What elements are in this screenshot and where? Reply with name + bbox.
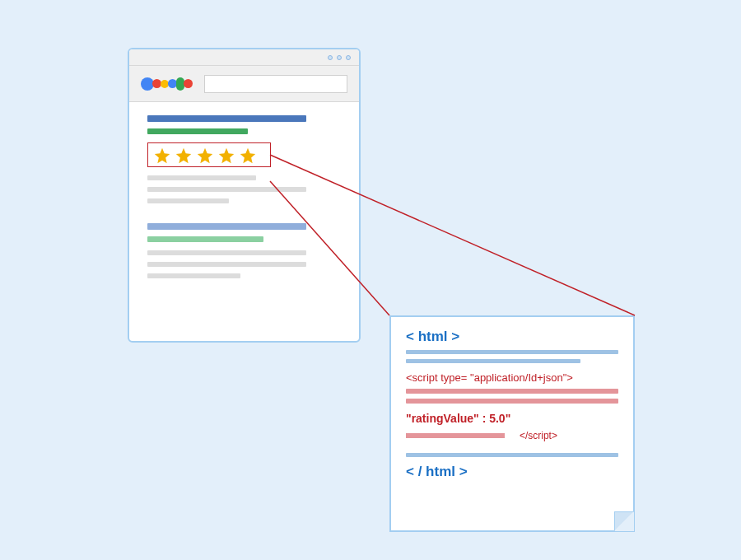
html-close-tag: < / html > bbox=[406, 464, 618, 480]
search-results bbox=[129, 102, 359, 293]
result-url-bar bbox=[147, 236, 263, 242]
code-line-red bbox=[406, 433, 505, 438]
script-open-tag: <script type= "application/Id+json"> bbox=[406, 371, 618, 384]
code-line bbox=[406, 453, 618, 457]
window-control-dot bbox=[346, 55, 351, 60]
script-close-row: </script> bbox=[406, 428, 618, 441]
code-line bbox=[406, 350, 618, 354]
window-control-dot bbox=[337, 55, 342, 60]
star-icon bbox=[196, 147, 214, 165]
result-title-bar bbox=[147, 115, 306, 122]
text-line bbox=[147, 175, 256, 180]
text-line bbox=[147, 273, 240, 278]
code-line bbox=[406, 359, 580, 363]
code-panel: < html > <script type= "application/Id+j… bbox=[389, 315, 635, 532]
text-line bbox=[147, 187, 306, 192]
page-fold-icon bbox=[614, 511, 634, 531]
google-logo-icon bbox=[141, 77, 193, 91]
code-line-red bbox=[406, 399, 618, 404]
search-input[interactable] bbox=[204, 75, 347, 93]
browser-toolbar bbox=[129, 66, 359, 102]
text-line bbox=[147, 198, 229, 203]
star-icon bbox=[153, 147, 171, 165]
text-line bbox=[147, 262, 306, 267]
result-title-bar bbox=[147, 223, 306, 230]
code-line-red bbox=[406, 389, 618, 394]
script-close-tag: </script> bbox=[520, 430, 557, 441]
result-url-bar bbox=[147, 128, 248, 134]
rating-value-text: "ratingValue" : 5.0" bbox=[406, 412, 618, 425]
html-open-tag: < html > bbox=[406, 329, 618, 345]
browser-window bbox=[128, 48, 361, 343]
text-line bbox=[147, 250, 306, 255]
star-icon bbox=[175, 147, 193, 165]
window-titlebar bbox=[129, 49, 359, 66]
star-icon bbox=[217, 147, 235, 165]
star-icon bbox=[239, 147, 257, 165]
window-control-dot bbox=[328, 55, 333, 60]
rating-stars-highlight bbox=[147, 142, 271, 167]
